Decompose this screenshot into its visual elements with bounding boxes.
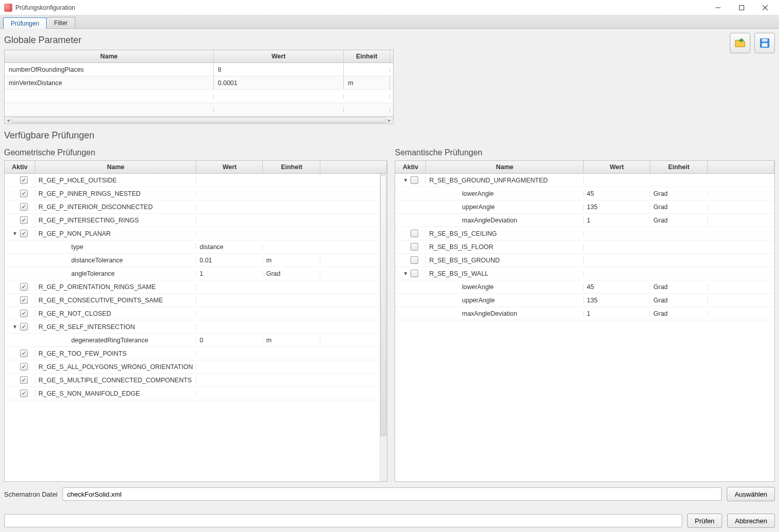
table-row[interactable] [5,103,393,116]
table-row[interactable]: numberOfRoundingPlaces8 [5,63,393,76]
tree-row[interactable]: lowerAngle45Grad [395,187,774,200]
run-button[interactable]: Prüfen [687,514,722,528]
checkbox[interactable] [20,363,28,371]
value-cell[interactable]: 135 [584,297,650,304]
tree-row[interactable]: ▼R_SE_BS_IS_FLOOR [395,240,774,254]
checkbox[interactable] [411,270,418,277]
checkbox[interactable] [20,296,28,304]
tree-row[interactable]: angleTolerance1Grad [5,267,387,280]
tree-row[interactable]: distanceTolerance0.01m [5,254,387,267]
value-cell[interactable]: 45 [584,190,650,197]
tree-row[interactable]: ▼R_GE_S_ALL_POLYGONS_WRONG_ORIENTATION [5,360,387,374]
minimize-button[interactable] [706,0,730,15]
tree-row[interactable]: upperAngle135Grad [395,294,774,307]
tree-row[interactable]: ▼R_GE_P_HOLE_OUTSIDE [5,174,387,187]
tree-row[interactable]: ▼R_GE_P_ORIENTATION_RINGS_SAME [5,280,387,294]
status-input[interactable] [4,514,682,527]
value-cell[interactable]: 135 [584,203,650,211]
param-value[interactable] [214,94,344,99]
checkbox[interactable] [20,376,28,384]
param-value[interactable]: 0.0001 [214,77,344,89]
tree-row[interactable]: degeneratedRingTolerance0m [5,334,387,347]
tree-row[interactable]: ▼R_GE_P_INTERIOR_DISCONNECTED [5,200,387,214]
table-row[interactable]: minVertexDistance0.0001m [5,76,393,90]
checkbox[interactable] [20,323,28,331]
save-button[interactable] [754,33,775,53]
value-cell[interactable]: 45 [584,283,650,291]
content-area: Globale Parameter Name Wert Einheit numb… [0,29,779,532]
checkbox[interactable] [20,176,28,184]
checkbox[interactable] [20,350,28,357]
checkbox[interactable] [20,390,28,397]
tree-row[interactable]: ▼R_GE_R_TOO_FEW_POINTS [5,347,387,360]
tree-row[interactable]: ▼R_GE_P_NON_PLANAR [5,227,387,240]
col-value[interactable]: Wert [214,50,344,63]
checkbox[interactable] [411,176,418,184]
col-name[interactable]: Name [426,161,584,173]
expander-icon[interactable]: ▼ [12,324,18,330]
choose-file-button[interactable]: Auswählen [727,487,775,501]
col-value[interactable]: Wert [196,161,263,173]
geometric-checks-tree[interactable]: ▼R_GE_P_HOLE_OUTSIDE▼R_GE_P_INNER_RINGS_… [4,174,387,482]
value-cell[interactable]: 1 [584,310,650,317]
checkbox[interactable] [20,203,28,211]
tree-row[interactable]: maxAngleDeviation1Grad [395,214,774,227]
col-active[interactable]: Aktiv [5,161,35,173]
semantic-checks-tree[interactable]: ▼R_SE_BS_GROUND_UNFRAGMENTEDlowerAngle45… [395,174,775,482]
tree-row[interactable]: ▼R_SE_BS_IS_GROUND [395,254,774,267]
col-unit[interactable]: Einheit [344,50,390,63]
checkbox[interactable] [20,190,28,197]
schematron-file-input[interactable] [63,487,722,501]
col-unit[interactable]: Einheit [263,161,320,173]
cancel-button[interactable]: Abbrechen [727,514,775,528]
param-value[interactable]: 8 [214,64,344,76]
unit-cell: Grad [650,217,708,224]
checkbox[interactable] [411,256,418,264]
value-cell[interactable]: distance [196,243,263,251]
maximize-button[interactable] [730,0,753,15]
checkbox[interactable] [20,283,28,291]
col-value[interactable]: Wert [584,161,650,173]
param-name: degeneratedRingTolerance [71,337,148,344]
col-active[interactable]: Aktiv [395,161,426,173]
expander-icon[interactable]: ▼ [402,177,408,183]
open-button[interactable] [730,33,750,53]
checkbox[interactable] [20,216,28,224]
value-cell[interactable]: 0 [196,337,263,344]
col-unit[interactable]: Einheit [650,161,708,173]
tree-row[interactable]: ▼R_SE_BS_IS_CEILING [395,227,774,240]
col-name[interactable]: Name [5,50,214,63]
check-name: R_GE_S_MULTIPLE_CONNECTED_COMPONENTS [38,377,192,384]
vertical-scrollbar[interactable] [380,174,387,481]
value-cell[interactable]: 0.01 [196,257,263,264]
global-horizontal-scrollbar[interactable]: ◄► [5,116,393,124]
checkbox[interactable] [20,310,28,317]
tree-row[interactable]: ▼R_GE_P_INTERSECTING_RINGS [5,214,387,227]
tab-filter[interactable]: Filter [46,17,75,28]
tree-row[interactable]: upperAngle135Grad [395,200,774,214]
param-value[interactable] [214,107,344,112]
tree-row[interactable]: lowerAngle45Grad [395,280,774,294]
tree-row[interactable]: typedistance [5,240,387,254]
checkbox[interactable] [411,243,418,251]
table-row[interactable] [5,90,393,103]
tab-pruefungen[interactable]: Prüfungen [3,17,47,29]
close-button[interactable] [753,0,777,15]
tree-row[interactable]: ▼R_GE_R_NOT_CLOSED [5,307,387,320]
col-name[interactable]: Name [35,161,196,173]
tree-row[interactable]: maxAngleDeviation1Grad [395,307,774,320]
tree-row[interactable]: ▼R_GE_P_INNER_RINGS_NESTED [5,187,387,200]
tree-row[interactable]: ▼R_GE_R_SELF_INTERSECTION [5,320,387,334]
value-cell[interactable]: 1 [196,270,263,277]
tree-row[interactable]: ▼R_SE_BS_IS_WALL [395,267,774,280]
tree-row[interactable]: ▼R_SE_BS_GROUND_UNFRAGMENTED [395,174,774,187]
tree-row[interactable]: ▼R_GE_S_NON_MANIFOLD_EDGE [5,387,387,400]
expander-icon[interactable]: ▼ [402,271,408,277]
check-name: R_GE_R_TOO_FEW_POINTS [38,350,127,357]
tree-row[interactable]: ▼R_GE_R_CONSECUTIVE_POINTS_SAME [5,294,387,307]
value-cell[interactable]: 1 [584,217,650,224]
checkbox[interactable] [20,230,28,237]
tree-row[interactable]: ▼R_GE_S_MULTIPLE_CONNECTED_COMPONENTS [5,374,387,387]
checkbox[interactable] [411,230,418,237]
expander-icon[interactable]: ▼ [12,231,18,237]
